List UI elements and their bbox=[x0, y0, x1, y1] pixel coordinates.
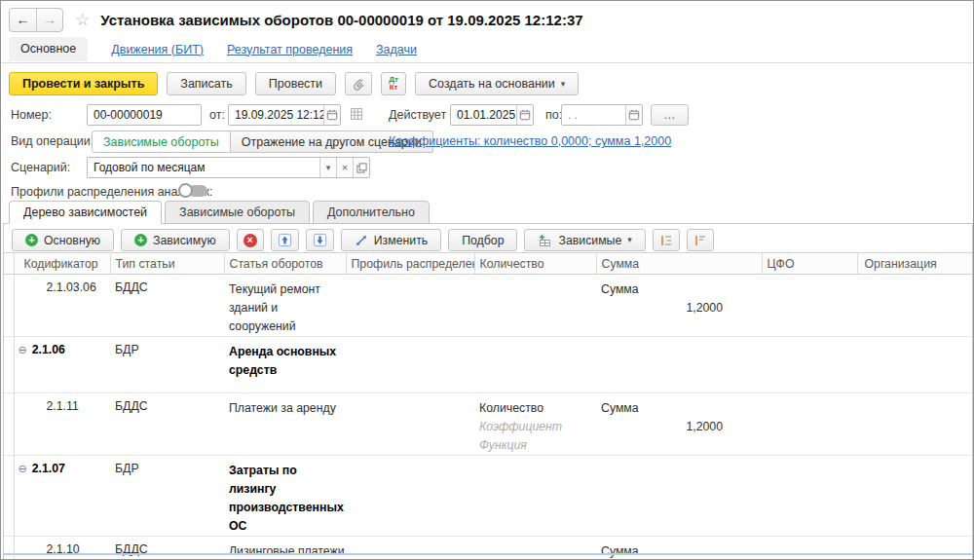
cell-cfo[interactable] bbox=[762, 275, 857, 337]
post-and-close-button[interactable]: Провести и закрыть bbox=[9, 72, 158, 95]
cell-quantity[interactable]: Количество Коэффициент Функция bbox=[474, 393, 596, 456]
cell-sum[interactable]: Сумма 1,2000 bbox=[596, 393, 762, 456]
column-header-cfo[interactable]: ЦФО bbox=[762, 253, 857, 275]
cell-profile[interactable] bbox=[346, 337, 474, 393]
cell-quantity[interactable] bbox=[474, 275, 596, 337]
cell-organization[interactable] bbox=[857, 275, 972, 337]
cell-type[interactable]: БДР bbox=[110, 337, 224, 393]
cell-sum[interactable]: Сумма 1,2000 bbox=[596, 275, 762, 337]
collapse-node-icon[interactable]: ⊖ bbox=[19, 463, 27, 474]
calendar-icon[interactable] bbox=[625, 105, 642, 125]
tab-additional[interactable]: Дополнительно bbox=[313, 201, 430, 224]
cell-organization[interactable] bbox=[857, 456, 972, 537]
tab-dependent-turnovers[interactable]: Зависимые обороты bbox=[165, 201, 310, 224]
collapse-levels-button[interactable] bbox=[687, 229, 714, 251]
cell-sum[interactable] bbox=[596, 337, 762, 393]
coefficients-link[interactable]: Коэффициенты: количество 0,0000; сумма 1… bbox=[389, 134, 671, 148]
calendar-icon[interactable] bbox=[516, 105, 533, 125]
cell-sum[interactable]: Сумма 1,2000 bbox=[596, 537, 762, 560]
divider bbox=[1, 62, 973, 63]
move-down-button[interactable] bbox=[306, 229, 334, 251]
column-header-distribution-profile[interactable]: Профиль распределения bbox=[346, 253, 474, 275]
date-field[interactable]: 19.09.2025 12:12:37 bbox=[228, 104, 341, 126]
move-up-button[interactable] bbox=[271, 229, 299, 251]
column-header-organization[interactable]: Организация bbox=[857, 253, 972, 275]
column-header-sum[interactable]: Сумма bbox=[596, 253, 762, 275]
cell-type[interactable]: БДДС bbox=[110, 537, 224, 560]
post-button[interactable]: Провести bbox=[255, 72, 336, 95]
add-main-row-button[interactable]: + Основную bbox=[12, 229, 114, 251]
cell-article[interactable]: Затраты по лизингу производственных ОС bbox=[224, 456, 346, 537]
cell-profile[interactable] bbox=[346, 456, 474, 537]
tab-main[interactable]: Основное bbox=[9, 37, 88, 61]
calendar-icon[interactable] bbox=[323, 105, 340, 125]
delete-circle-icon: × bbox=[244, 234, 257, 247]
back-button[interactable]: ← bbox=[10, 9, 36, 31]
favorite-star-icon[interactable]: ☆ bbox=[75, 12, 90, 28]
cell-type[interactable]: БДДС bbox=[110, 275, 224, 337]
cell-profile[interactable] bbox=[346, 393, 474, 456]
column-header-quantity[interactable]: Количество bbox=[474, 253, 596, 275]
pick-button[interactable]: Подбор bbox=[448, 229, 517, 251]
cell-type[interactable]: БДР bbox=[110, 456, 224, 537]
dtkt-register-button[interactable]: ДтКт bbox=[381, 72, 406, 95]
number-field[interactable]: 00-00000019 bbox=[87, 104, 202, 126]
cell-organization[interactable] bbox=[857, 393, 972, 456]
forward-button[interactable]: → bbox=[36, 9, 62, 31]
cell-article[interactable]: Аренда основных средств bbox=[224, 337, 346, 393]
cell-organization[interactable] bbox=[857, 337, 972, 393]
dependents-menu-button[interactable]: Зависимые ▾ bbox=[524, 229, 645, 251]
save-button[interactable]: Записать bbox=[167, 72, 245, 95]
cell-cfo[interactable] bbox=[762, 393, 857, 456]
open-icon[interactable] bbox=[353, 158, 369, 177]
link-posting-result[interactable]: Результат проведения bbox=[227, 43, 353, 56]
column-header-codifier[interactable]: Кодификатор bbox=[14, 253, 110, 275]
valid-to-field[interactable]: . . bbox=[561, 104, 643, 126]
cell-profile[interactable] bbox=[346, 537, 474, 560]
cell-type[interactable]: БДДС bbox=[110, 393, 224, 456]
chevron-down-icon[interactable]: ▾ bbox=[319, 158, 336, 177]
cell-code[interactable]: ⊖2.1.07 bbox=[14, 456, 110, 537]
cell-quantity[interactable] bbox=[474, 337, 596, 393]
operation-dependent-turnovers[interactable]: Зависимые обороты bbox=[92, 131, 231, 153]
cell-cfo[interactable] bbox=[762, 337, 857, 393]
cell-profile[interactable] bbox=[346, 275, 474, 337]
profiles-toggle[interactable] bbox=[178, 183, 209, 199]
cell-code[interactable]: 2.1.03.06 bbox=[14, 275, 110, 337]
cell-sum[interactable] bbox=[596, 456, 762, 537]
cell-cfo[interactable] bbox=[762, 537, 857, 560]
column-header-article-type[interactable]: Тип статьи bbox=[110, 253, 224, 275]
arrow-down-box-icon bbox=[313, 233, 327, 247]
attachments-button[interactable] bbox=[345, 72, 372, 95]
cell-cfo[interactable] bbox=[762, 456, 857, 537]
edit-button[interactable]: Изменить bbox=[341, 229, 441, 251]
table-toolbar: + Основную + Зависимую × bbox=[12, 229, 714, 251]
collapse-node-icon[interactable]: ⊖ bbox=[19, 344, 27, 355]
clear-icon[interactable]: × bbox=[336, 158, 353, 177]
cell-code[interactable]: 2.1.10 bbox=[14, 537, 110, 560]
cell-article[interactable]: Лизинговые платежи bbox=[224, 537, 346, 560]
column-header-turnover-article[interactable]: Статья оборотов bbox=[224, 253, 346, 275]
delete-row-button[interactable]: × bbox=[237, 229, 264, 251]
tab-dependency-tree[interactable]: Дерево зависимостей bbox=[9, 201, 162, 224]
valid-from-field[interactable]: 01.01.2025 bbox=[450, 104, 534, 126]
link-tasks[interactable]: Задачи bbox=[376, 43, 417, 56]
document-window: ← → ☆ Установка зависимых оборотов 00-00… bbox=[0, 0, 974, 560]
cell-article[interactable]: Текущий ремонт зданий и сооружений bbox=[224, 275, 346, 337]
expand-levels-button[interactable] bbox=[653, 229, 680, 251]
more-options-button[interactable]: … bbox=[651, 104, 689, 126]
scenario-label: Сценарий: bbox=[11, 161, 70, 174]
cell-organization[interactable] bbox=[857, 537, 972, 560]
cell-quantity[interactable] bbox=[474, 537, 596, 560]
cell-article[interactable]: Платежи за аренду bbox=[224, 393, 346, 456]
add-dependent-row-button[interactable]: + Зависимую bbox=[121, 229, 230, 251]
link-movements[interactable]: Движения (БИТ) bbox=[111, 43, 204, 56]
scenario-combobox[interactable]: Годовой по месяцам ▾ × bbox=[87, 157, 370, 178]
document-structure-icon[interactable] bbox=[350, 107, 363, 121]
cell-code[interactable]: 2.1.11 bbox=[14, 393, 110, 456]
arrow-up-box-icon bbox=[278, 233, 292, 247]
dtkt-icon: ДтКт bbox=[389, 76, 398, 92]
cell-quantity[interactable] bbox=[474, 456, 596, 537]
create-based-on-button[interactable]: Создать на основании ▾ bbox=[415, 72, 579, 95]
cell-code[interactable]: ⊖2.1.06 bbox=[14, 337, 110, 393]
